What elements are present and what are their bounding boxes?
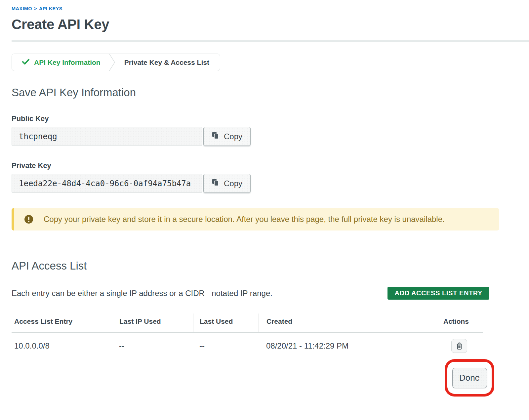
breadcrumb-separator: > xyxy=(34,6,37,11)
trash-icon xyxy=(456,342,463,350)
alert-icon xyxy=(24,215,33,224)
copy-icon xyxy=(212,131,220,142)
column-header-access-list-entry: Access List Entry xyxy=(12,314,113,332)
private-key-warning-banner: Copy your private key and store it in a … xyxy=(12,208,499,231)
table-header-row: Access List Entry Last IP Used Last Used… xyxy=(12,314,483,333)
private-key-row: Copy xyxy=(12,174,529,193)
title-divider xyxy=(12,40,529,42)
copy-private-key-button[interactable]: Copy xyxy=(203,174,251,193)
private-key-label: Private Key xyxy=(12,161,529,170)
cell-access-list-entry: 10.0.0.0/8 xyxy=(12,341,113,351)
column-header-last-used: Last Used xyxy=(193,314,259,332)
chevron-right-icon xyxy=(108,54,116,71)
public-key-row: Copy xyxy=(12,127,529,146)
check-icon xyxy=(22,58,30,67)
column-header-actions: Actions xyxy=(436,314,483,332)
warning-text: Copy your private key and store it in a … xyxy=(44,215,445,224)
copy-icon xyxy=(212,178,220,189)
access-description: Each entry can be either a single IP add… xyxy=(12,289,272,298)
done-button[interactable]: Done xyxy=(452,368,487,388)
access-description-row: Each entry can be either a single IP add… xyxy=(12,287,489,300)
create-api-key-page: MAXIMO>API KEYS Create API Key API Key I… xyxy=(0,0,529,357)
private-key-input[interactable] xyxy=(12,174,202,193)
breadcrumb-link-api-keys[interactable]: API KEYS xyxy=(39,6,62,11)
breadcrumb: MAXIMO>API KEYS xyxy=(12,6,529,11)
copy-public-key-button[interactable]: Copy xyxy=(203,127,251,146)
page-title: Create API Key xyxy=(12,17,529,32)
cell-last-ip-used: -- xyxy=(113,341,193,351)
cell-created: 08/20/21 - 11:42:29 PM xyxy=(259,341,436,351)
public-key-input[interactable] xyxy=(12,127,202,146)
step-label: API Key Information xyxy=(34,59,101,66)
save-section-heading: Save API Key Information xyxy=(12,86,529,99)
public-key-label: Public Key xyxy=(12,114,529,123)
column-header-created: Created xyxy=(259,314,436,332)
add-access-list-entry-button[interactable]: ADD ACCESS LIST ENTRY xyxy=(387,287,489,300)
copy-button-label: Copy xyxy=(224,132,242,141)
access-list-table: Access List Entry Last IP Used Last Used… xyxy=(12,314,483,357)
access-section-heading: API Access List xyxy=(12,260,529,272)
breadcrumb-link-maximo[interactable]: MAXIMO xyxy=(12,6,32,11)
column-header-last-ip-used: Last IP Used xyxy=(113,314,193,332)
stepper: API Key Information Private Key & Access… xyxy=(12,54,220,71)
cell-last-used: -- xyxy=(193,341,259,351)
step-label: Private Key & Access List xyxy=(124,59,209,66)
step-private-key-access-list[interactable]: Private Key & Access List xyxy=(116,54,220,71)
cell-actions xyxy=(436,339,483,353)
red-highlight-ring: Done xyxy=(445,359,494,397)
table-row: 10.0.0.0/8 -- -- 08/20/21 - 11:42:29 PM xyxy=(12,333,483,357)
delete-entry-button[interactable] xyxy=(451,339,467,353)
copy-button-label: Copy xyxy=(224,179,242,188)
step-api-key-information[interactable]: API Key Information xyxy=(12,54,108,71)
